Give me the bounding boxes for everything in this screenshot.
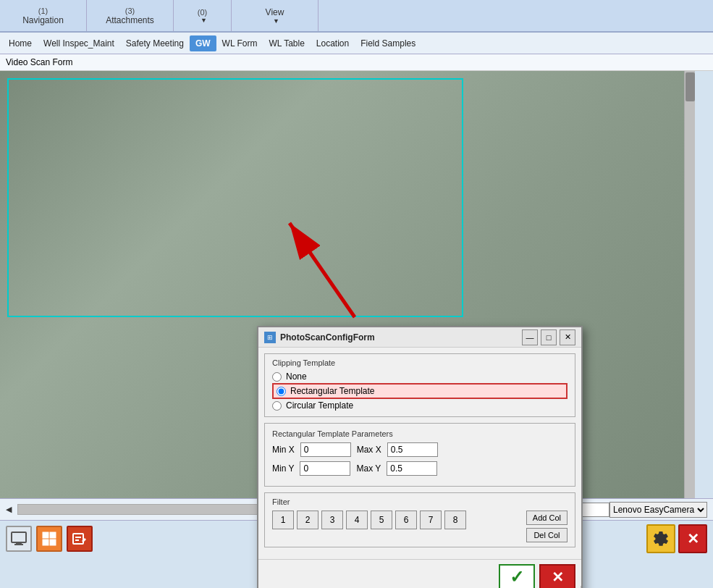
filter-btn-4[interactable]: 4 bbox=[346, 511, 368, 529]
min-y-input[interactable] bbox=[300, 461, 350, 476]
del-col-btn[interactable]: Del Col bbox=[526, 528, 568, 542]
radio-none-label: None bbox=[286, 371, 307, 382]
filter-action-btns: Add Col Del Col bbox=[526, 511, 568, 542]
photo-scan-config-dialog: ⊞ PhotoScanConfigForm — □ ✕ Clipping Tem… bbox=[257, 326, 583, 588]
params-row-x: Min X Max X bbox=[272, 442, 568, 457]
menu-item-wl-form[interactable]: WL Form bbox=[216, 35, 263, 51]
filter-btn-8[interactable]: 8 bbox=[444, 511, 466, 529]
max-x-input[interactable] bbox=[387, 442, 438, 457]
add-col-btn[interactable]: Add Col bbox=[526, 511, 568, 525]
tab-attachments-count: (3) bbox=[125, 7, 135, 15]
tab-navigation[interactable]: (1) Navigation bbox=[0, 0, 87, 31]
modal-close-btn[interactable]: ✕ bbox=[560, 329, 575, 345]
max-y-label: Max Y bbox=[356, 463, 381, 474]
tab-tab3-count: (0) bbox=[198, 8, 207, 17]
rect-params-legend: Rectangular Template Parameters bbox=[272, 429, 568, 438]
menu-item-safety-meeting[interactable]: Safety Meeting bbox=[120, 35, 190, 51]
filter-buttons: 1 2 3 4 5 6 7 8 bbox=[272, 511, 466, 529]
menu-item-gw[interactable]: GW bbox=[190, 35, 216, 51]
clipping-template-group: Clipping Template None Rectangular Templ… bbox=[264, 353, 575, 417]
modal-minimize-btn[interactable]: — bbox=[522, 329, 538, 345]
menu-item-well-inspec-maint[interactable]: Well Inspec_Maint bbox=[38, 35, 120, 51]
menu-item-field-samples[interactable]: Field Samples bbox=[355, 35, 421, 51]
max-x-label: Max X bbox=[357, 445, 381, 455]
radio-none: None bbox=[272, 370, 568, 383]
filter-group: Filter 1 2 3 4 5 6 7 8 A bbox=[264, 492, 575, 547]
radio-rectangular-label: Rectangular Template bbox=[290, 386, 375, 396]
radio-circular-label: Circular Template bbox=[286, 400, 353, 411]
ok-checkmark-icon: ✓ bbox=[510, 567, 524, 587]
modal-controls: — □ ✕ bbox=[522, 329, 575, 345]
radio-rectangular: Rectangular Template bbox=[272, 383, 568, 399]
modal-app-icon: ⊞ bbox=[264, 332, 276, 343]
menu-item-wl-table[interactable]: WL Table bbox=[263, 35, 310, 51]
tab-tab3[interactable]: (0) ▼ bbox=[174, 0, 232, 31]
modal-overlay: ⊞ PhotoScanConfigForm — □ ✕ Clipping Tem… bbox=[0, 54, 713, 556]
filter-btn-6[interactable]: 6 bbox=[395, 511, 417, 529]
tab-navigation-count: (1) bbox=[38, 7, 48, 15]
modal-maximize-btn[interactable]: □ bbox=[541, 329, 557, 345]
min-x-label: Min X bbox=[272, 445, 295, 455]
modal-titlebar: ⊞ PhotoScanConfigForm — □ ✕ bbox=[258, 327, 581, 348]
tab-navigation-label: Navigation bbox=[22, 15, 64, 25]
filter-btn-5[interactable]: 5 bbox=[371, 511, 392, 529]
rect-params-group: Rectangular Template Parameters Min X Ma… bbox=[264, 423, 575, 487]
min-x-input[interactable] bbox=[300, 442, 351, 457]
filter-btn-2[interactable]: 2 bbox=[297, 511, 318, 529]
modal-footer: ✓ ✕ bbox=[258, 559, 581, 588]
modal-ok-btn[interactable]: ✓ bbox=[499, 564, 535, 588]
radio-rectangular-input[interactable] bbox=[277, 387, 286, 396]
radio-circular: Circular Template bbox=[272, 399, 568, 412]
tab-attachments[interactable]: (3) Attachments bbox=[87, 0, 174, 31]
menu-item-home[interactable]: Home bbox=[3, 35, 38, 51]
radio-circular-input[interactable] bbox=[272, 401, 282, 411]
tab-view-label: View bbox=[266, 7, 284, 17]
tab-tab3-arrow: ▼ bbox=[201, 17, 207, 24]
modal-cancel-btn[interactable]: ✕ bbox=[539, 564, 575, 588]
filter-btn-3[interactable]: 3 bbox=[321, 511, 343, 529]
max-y-input[interactable] bbox=[387, 461, 437, 476]
filter-btn-1[interactable]: 1 bbox=[272, 511, 294, 529]
filter-legend: Filter bbox=[272, 497, 568, 506]
modal-body: Clipping Template None Rectangular Templ… bbox=[258, 348, 581, 559]
min-y-label: Min Y bbox=[272, 463, 294, 474]
tab-view[interactable]: View ▼ bbox=[232, 0, 318, 31]
tab-view-arrow: ▼ bbox=[273, 17, 279, 25]
modal-title: PhotoScanConfigForm bbox=[280, 332, 522, 343]
radio-none-input[interactable] bbox=[272, 372, 282, 382]
menu-item-location[interactable]: Location bbox=[311, 35, 355, 51]
clipping-template-legend: Clipping Template bbox=[272, 358, 568, 367]
tab-attachments-label: Attachments bbox=[106, 15, 154, 25]
params-row-y: Min Y Max Y bbox=[272, 461, 568, 476]
filter-btn-7[interactable]: 7 bbox=[420, 511, 442, 529]
menu-bar: Home Well Inspec_Maint Safety Meeting GW… bbox=[0, 33, 713, 54]
cancel-x-icon: ✕ bbox=[552, 568, 564, 586]
